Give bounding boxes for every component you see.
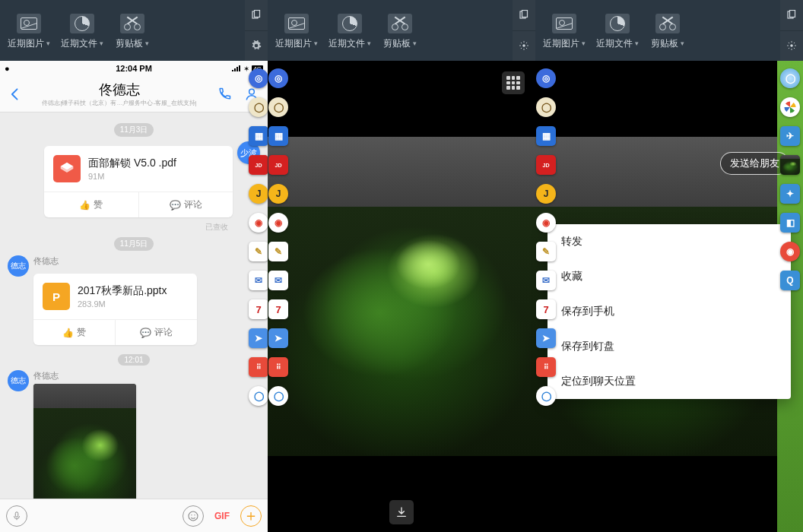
edge-dock-left: ◎ ◯ ▦ JD J ◉ ✎ ✉ 7 ➤ ⠿ ◯ <box>535 68 557 406</box>
settings-button[interactable] <box>245 30 268 62</box>
dock-app-grid[interactable]: ⠿ <box>268 357 288 377</box>
pin-icon <box>251 10 262 21</box>
dock-app-notes[interactable]: ✎ <box>249 242 268 261</box>
ctx-save-phone[interactable]: 保存到手机 <box>548 294 791 329</box>
dock-app-3[interactable]: ▦ <box>249 126 268 146</box>
dock-app-weibo[interactable]: ◉ <box>536 213 556 233</box>
dock-app-browser[interactable]: ◯ <box>536 386 556 406</box>
window-pin-button[interactable] <box>245 0 268 30</box>
comment-button[interactable]: 💬评论 <box>138 192 233 217</box>
topbar-recent-files[interactable]: 近期文件▾ <box>328 11 371 50</box>
dock-app-search[interactable]: ◯ <box>536 97 556 117</box>
label: 剪贴板 <box>116 37 143 50</box>
thumb-icon: 👍 <box>62 328 74 338</box>
dock-app-stamp[interactable]: ✉ <box>249 271 268 290</box>
topbar-recent-pics[interactable]: 近期图片▾ <box>8 11 50 50</box>
dock-app-calendar[interactable]: 7 <box>268 299 288 319</box>
topbar-recent-pics[interactable]: 近期图片▾ <box>275 11 318 50</box>
dock-app-j[interactable]: J <box>536 184 556 204</box>
dock-app-f[interactable]: ◉ <box>780 242 800 261</box>
dock-app-weibo[interactable]: ◉ <box>249 213 268 233</box>
chat-title: 佟德志 <box>23 81 216 99</box>
ctx-save-dingpan[interactable]: 保存到钉盘 <box>548 329 791 364</box>
dock-app-d[interactable]: ✦ <box>780 184 800 204</box>
dock-app-send[interactable]: ➤ <box>249 328 268 348</box>
dock-app-send[interactable]: ➤ <box>268 328 288 348</box>
chevron-down-icon: ▾ <box>314 40 318 47</box>
more-button[interactable]: ＋ <box>240 505 262 527</box>
dock-app-3[interactable]: ▦ <box>536 126 556 146</box>
dock-app-weibo[interactable]: ◉ <box>268 213 288 233</box>
topbar-recent-pics[interactable]: 近期图片▾ <box>543 11 586 50</box>
grid-view-button[interactable] <box>502 71 525 94</box>
gif-button[interactable]: GIF <box>211 505 233 527</box>
dock-app-g[interactable]: Q <box>780 271 800 290</box>
like-button[interactable]: 👍赞 <box>44 192 138 217</box>
dock-app-stamp[interactable]: ✉ <box>536 271 556 290</box>
dock-app-1[interactable]: ◎ <box>249 68 268 88</box>
svg-rect-11 <box>790 10 795 17</box>
dock-app-e[interactable]: ◧ <box>780 213 800 233</box>
dock-app-notes[interactable]: ✎ <box>536 242 556 261</box>
dock-app-c[interactable]: ✈ <box>780 126 800 146</box>
ctx-favorite[interactable]: 收藏 <box>548 259 791 294</box>
topbar-clipboard[interactable]: 剪贴板▾ <box>382 11 418 50</box>
dock-app-browser[interactable]: ◯ <box>249 386 268 406</box>
download-button[interactable] <box>389 500 414 524</box>
settings-button[interactable] <box>780 30 803 62</box>
back-button[interactable] <box>8 87 23 102</box>
dock-app-jd[interactable]: JD <box>268 155 288 175</box>
dock-app-a[interactable]: ◯ <box>780 68 800 88</box>
dock-app-browser[interactable]: ◯ <box>268 386 288 406</box>
file-message-card[interactable]: 面部解锁 V5.0 .pdf 91M 👍赞 💬评论 <box>44 146 233 217</box>
dock-app-grid[interactable]: ⠿ <box>536 357 556 377</box>
dock-app-stamp[interactable]: ✉ <box>268 271 288 290</box>
topbar-recent-files[interactable]: 近期文件▾ <box>596 11 639 50</box>
comment-button[interactable]: 💬评论 <box>115 320 197 345</box>
comment-icon: 💬 <box>170 200 181 211</box>
dock-app-j[interactable]: J <box>268 184 288 204</box>
topbar-recent-files[interactable]: 近期文件▾ <box>61 11 103 50</box>
image-viewer[interactable] <box>268 61 535 532</box>
dock-app-grid[interactable]: ⠿ <box>249 357 268 377</box>
dock-app-photos[interactable] <box>780 97 800 117</box>
topbar-clipboard[interactable]: 剪贴板▾ <box>649 11 686 50</box>
dock-thumb[interactable] <box>780 155 800 175</box>
svg-rect-3 <box>15 511 18 516</box>
file-message-card[interactable]: P 2017秋季新品.pptx 283.9M 👍赞 💬评论 <box>33 274 197 345</box>
image-message[interactable] <box>33 384 136 499</box>
avatar[interactable]: 德志 <box>8 255 29 277</box>
dock-app-calendar[interactable]: 7 <box>536 299 556 319</box>
thumb-icon: 👍 <box>79 200 90 211</box>
dock-app-search[interactable]: ◯ <box>268 97 288 117</box>
ctx-locate-chat[interactable]: 定位到聊天位置 <box>548 364 791 399</box>
dock-app-3[interactable]: ▦ <box>268 126 288 146</box>
topbar-clipboard[interactable]: 剪贴板▾ <box>114 11 151 50</box>
sender-name: 佟德志 <box>33 370 136 382</box>
like-button[interactable]: 👍赞 <box>33 320 115 345</box>
dock-app-1[interactable]: ◎ <box>536 68 556 88</box>
emoji-button[interactable] <box>182 505 204 527</box>
file-name: 面部解锁 V5.0 .pdf <box>88 157 176 170</box>
voice-button[interactable] <box>6 505 27 527</box>
avatar[interactable]: 德志 <box>8 370 29 391</box>
call-button[interactable] <box>216 86 233 103</box>
dock-app-calendar[interactable]: 7 <box>249 299 268 319</box>
dock-app-jd[interactable]: JD <box>536 155 556 175</box>
dock-app-send[interactable]: ➤ <box>536 328 556 348</box>
settings-button[interactable] <box>513 30 535 62</box>
arrow-left-icon <box>8 87 23 102</box>
dock-app-1[interactable]: ◎ <box>268 68 288 88</box>
dock-app-j[interactable]: J <box>249 184 268 204</box>
dock-app-jd[interactable]: JD <box>249 155 268 175</box>
pinwheel-icon <box>783 100 797 114</box>
window-pin-button[interactable] <box>513 0 535 30</box>
message-list[interactable]: 11月3日 面部解锁 V5.0 .pdf 91M <box>0 112 268 499</box>
photo-content <box>268 137 535 456</box>
dock-app-search[interactable]: ◯ <box>249 97 268 117</box>
dock-app-notes[interactable]: ✎ <box>268 242 288 261</box>
smile-icon <box>187 510 199 522</box>
ctx-forward[interactable]: 转发 <box>548 224 791 259</box>
window-pin-button[interactable] <box>780 0 803 30</box>
svg-rect-8 <box>522 10 528 17</box>
